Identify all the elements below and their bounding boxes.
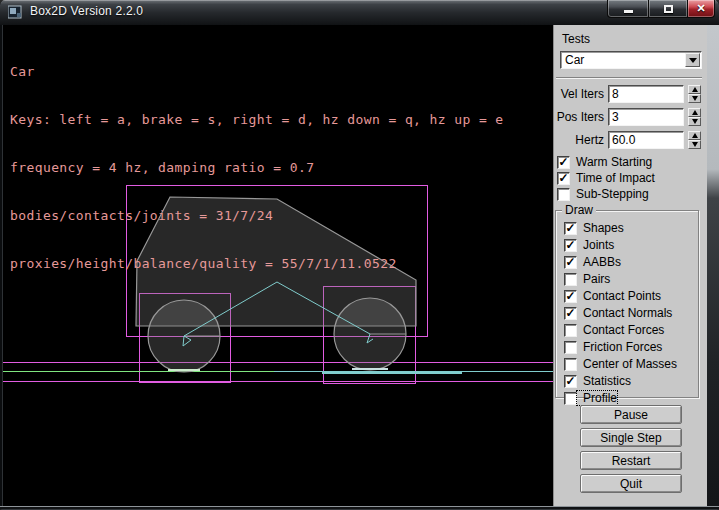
checkbox-profile[interactable]: Profile: [564, 391, 698, 405]
checkbox-sub-stepping[interactable]: Sub-Stepping: [557, 187, 649, 201]
control-panel: Tests Car Vel ItersPos ItersHertz ✓Warm …: [553, 25, 707, 506]
tests-label: Tests: [562, 32, 590, 46]
checkbox-box-statistics[interactable]: ✓: [564, 375, 577, 388]
checkbox-box-aabbs[interactable]: ✓: [564, 256, 577, 269]
checkbox-joints[interactable]: ✓Joints: [564, 238, 698, 252]
spin-up-icon: [692, 133, 698, 138]
spinner-label-vel-iters: Vel Iters: [554, 87, 606, 101]
checkbox-box-profile[interactable]: [564, 392, 577, 405]
app-icon-image: [8, 5, 23, 19]
vel-iters-spin-up-button[interactable]: [688, 85, 701, 94]
simulation-canvas[interactable]: Car Keys: left = a, brake = s, right = d…: [3, 25, 553, 506]
single-step-button[interactable]: Single Step: [580, 428, 682, 447]
minimize-button[interactable]: [607, 0, 648, 18]
quit-button[interactable]: Quit: [580, 474, 682, 493]
checkbox-statistics[interactable]: ✓Statistics: [564, 374, 698, 388]
hertz-input[interactable]: [608, 131, 684, 149]
checkbox-friction-forces[interactable]: Friction Forces: [564, 340, 698, 354]
checkbox-box-contact-normals[interactable]: ✓: [564, 307, 577, 320]
spin-up-icon: [692, 87, 698, 92]
tests-dropdown-value: Car: [561, 53, 685, 67]
checkbox-label-contact-normals: Contact Normals: [577, 306, 672, 320]
spin-down-icon: [692, 119, 698, 124]
checkbox-box-warm-starting[interactable]: ✓: [557, 156, 570, 169]
checkbox-box-time-of-impact[interactable]: ✓: [557, 172, 570, 185]
hertz-spin-down-button[interactable]: [688, 140, 701, 149]
window-controls: ✕: [607, 0, 715, 18]
app-icon: [8, 5, 23, 19]
pos-iters-spin-up-button[interactable]: [688, 108, 701, 117]
minimize-icon: [624, 10, 633, 13]
checkbox-box-joints[interactable]: ✓: [564, 239, 577, 252]
pos-iters-input[interactable]: [608, 108, 684, 126]
pos-iters-spinner-buttons: [688, 108, 701, 126]
close-icon: ✕: [696, 2, 705, 15]
debug-text-line: Car: [10, 64, 504, 80]
spinner-label-hertz: Hertz: [554, 133, 606, 147]
checkbox-label-aabbs: AABBs: [577, 255, 621, 269]
checkbox-label-sub-stepping: Sub-Stepping: [570, 187, 649, 201]
spinner-label-pos-iters: Pos Iters: [554, 110, 606, 124]
checkbox-center-of-masses[interactable]: Center of Masses: [564, 357, 698, 371]
window-content: Car Keys: left = a, brake = s, right = d…: [0, 25, 719, 506]
separator: [556, 77, 702, 79]
checkbox-label-friction-forces: Friction Forces: [577, 340, 662, 354]
checkbox-box-contact-points[interactable]: ✓: [564, 290, 577, 303]
checkbox-label-shapes: Shapes: [577, 221, 624, 235]
debug-text-line: proxies/height/balance/quality = 55/7/1/…: [10, 256, 504, 272]
spinner-row-pos-iters: Pos Iters: [554, 108, 682, 126]
checkbox-warm-starting[interactable]: ✓Warm Starting: [557, 155, 652, 169]
checkbox-label-time-of-impact: Time of Impact: [570, 171, 655, 185]
vel-iters-spin-down-button[interactable]: [688, 94, 701, 103]
app-window: Box2D Version 2.2.0 ✕: [0, 0, 719, 510]
checkbox-box-sub-stepping[interactable]: [557, 188, 570, 201]
checkbox-contact-points[interactable]: ✓Contact Points: [564, 289, 698, 303]
checkbox-box-friction-forces[interactable]: [564, 341, 577, 354]
pos-iters-spin-down-button[interactable]: [688, 117, 701, 126]
debug-text-line: frequency = 4 hz, damping ratio = 0.7: [10, 160, 504, 176]
checkbox-box-center-of-masses[interactable]: [564, 358, 577, 371]
debug-text-line: Keys: left = a, brake = s, right = d, hz…: [10, 112, 504, 128]
tests-dropdown[interactable]: Car: [560, 51, 702, 69]
hertz-spin-up-button[interactable]: [688, 131, 701, 140]
spin-up-icon: [692, 110, 698, 115]
titlebar[interactable]: Box2D Version 2.2.0 ✕: [0, 0, 719, 25]
ground-edges: [3, 371, 553, 373]
tests-dropdown-button[interactable]: [685, 53, 700, 67]
spinner-row-vel-iters: Vel Iters: [554, 85, 682, 103]
checkbox-label-statistics: Statistics: [577, 374, 631, 388]
hertz-spinner-buttons: [688, 131, 701, 149]
debug-text-block: Car Keys: left = a, brake = s, right = d…: [10, 32, 504, 304]
frame-bottom-border: [0, 506, 719, 510]
vel-iters-input[interactable]: [608, 85, 684, 103]
checkbox-contact-forces[interactable]: Contact Forces: [564, 323, 698, 337]
checkbox-label-joints: Joints: [577, 238, 614, 252]
checkbox-label-contact-points: Contact Points: [577, 289, 661, 303]
frame-right-border: [707, 25, 719, 506]
checkbox-box-shapes[interactable]: ✓: [564, 222, 577, 235]
debug-text-line: bodies/contacts/joints = 31/7/24: [10, 208, 504, 224]
spin-down-icon: [692, 142, 698, 147]
checkbox-label-pairs: Pairs: [577, 272, 610, 286]
spinner-row-hertz: Hertz: [554, 131, 682, 149]
close-button[interactable]: ✕: [688, 0, 715, 18]
spin-down-icon: [692, 96, 698, 101]
checkbox-label-contact-forces: Contact Forces: [577, 323, 664, 337]
draw-group-title: Draw: [562, 203, 596, 217]
contact-points: [168, 369, 388, 370]
checkbox-box-contact-forces[interactable]: [564, 324, 577, 337]
pause-button[interactable]: Pause: [580, 405, 682, 424]
checkbox-label-warm-starting: Warm Starting: [570, 155, 652, 169]
vel-iters-spinner-buttons: [688, 85, 701, 103]
checkbox-time-of-impact[interactable]: ✓Time of Impact: [557, 171, 655, 185]
checkbox-contact-normals[interactable]: ✓Contact Normals: [564, 306, 698, 320]
checkbox-label-center-of-masses: Center of Masses: [577, 357, 677, 371]
checkbox-box-pairs[interactable]: [564, 273, 577, 286]
draw-group: Draw ✓Shapes✓Joints✓AABBsPairs✓Contact P…: [555, 210, 699, 398]
maximize-button[interactable]: [648, 0, 688, 18]
checkbox-pairs[interactable]: Pairs: [564, 272, 698, 286]
maximize-icon: [664, 5, 673, 13]
restart-button[interactable]: Restart: [580, 451, 682, 470]
checkbox-aabbs[interactable]: ✓AABBs: [564, 255, 698, 269]
checkbox-shapes[interactable]: ✓Shapes: [564, 221, 698, 235]
